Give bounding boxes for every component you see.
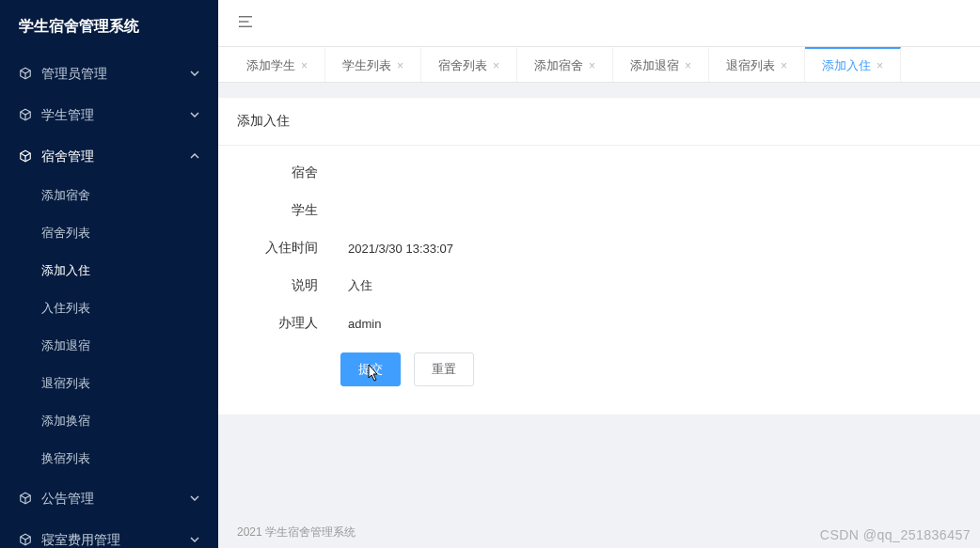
menu-notice[interactable]: 公告管理 [0, 478, 218, 519]
menu-dorm[interactable]: 宿舍管理 [0, 135, 218, 177]
tab-checkout-list[interactable]: 退宿列表× [709, 47, 805, 82]
cube-icon [19, 149, 32, 163]
reset-button[interactable]: 重置 [414, 352, 474, 386]
operator-value[interactable]: admin [329, 317, 980, 331]
remark-label: 说明 [218, 277, 329, 294]
menu-label: 学生管理 [41, 94, 190, 135]
cube-icon [19, 492, 32, 505]
main: 添加学生× 学生列表× 宿舍列表× 添加宿舍× 添加退宿× 退宿列表× 添加入住… [218, 0, 980, 548]
sub-checkin-list[interactable]: 入住列表 [0, 290, 218, 327]
close-icon[interactable]: × [589, 59, 595, 72]
dorm-label: 宿舍 [218, 164, 329, 181]
tab-label: 退宿列表 [726, 57, 775, 74]
sub-dorm-list[interactable]: 宿舍列表 [0, 214, 218, 252]
close-icon[interactable]: × [877, 59, 883, 72]
operator-label: 办理人 [218, 315, 329, 332]
checkin-time-value[interactable]: 2021/3/30 13:33:07 [329, 242, 980, 256]
close-icon[interactable]: × [493, 59, 499, 72]
close-icon[interactable]: × [301, 59, 308, 72]
content: 添加入住 宿舍 学生 入住时间 2021/3/30 13:33:07 说明 入住 [218, 83, 980, 415]
student-label: 学生 [218, 202, 329, 219]
tab-add-student[interactable]: 添加学生× [229, 47, 325, 82]
checkin-time-label: 入住时间 [218, 240, 329, 257]
card-title: 添加入住 [218, 98, 980, 146]
tab-label: 添加入住 [822, 57, 871, 74]
menu-dorm-sub: 添加宿舍 宿舍列表 添加入住 入住列表 添加退宿 退宿列表 添加换宿 换宿列表 [0, 177, 218, 478]
sub-add-checkout[interactable]: 添加退宿 [0, 327, 218, 365]
tab-add-checkout[interactable]: 添加退宿× [613, 47, 709, 82]
sub-add-checkin[interactable]: 添加入住 [0, 252, 218, 290]
chevron-down-icon [190, 535, 199, 544]
watermark: CSDN @qq_251836457 [820, 527, 971, 542]
remark-value[interactable]: 入住 [329, 277, 980, 294]
chevron-down-icon [190, 69, 199, 78]
chevron-down-icon [190, 493, 199, 503]
close-icon[interactable]: × [397, 59, 403, 72]
cube-icon [19, 67, 32, 80]
tab-bar: 添加学生× 学生列表× 宿舍列表× 添加宿舍× 添加退宿× 退宿列表× 添加入住… [218, 47, 980, 83]
sub-add-dorm[interactable]: 添加宿舍 [0, 177, 218, 214]
app-title: 学生宿舍管理系统 [0, 0, 218, 53]
tab-dorm-list[interactable]: 宿舍列表× [421, 47, 517, 82]
sub-change-list[interactable]: 换宿列表 [0, 440, 218, 478]
menu-label: 寝室费用管理 [41, 519, 190, 548]
cube-icon [19, 533, 32, 546]
tab-label: 宿舍列表 [438, 57, 487, 74]
close-icon[interactable]: × [685, 59, 691, 72]
tab-label: 添加学生 [246, 57, 295, 74]
tab-add-checkin[interactable]: 添加入住× [805, 47, 901, 82]
checkin-form: 宿舍 学生 入住时间 2021/3/30 13:33:07 说明 入住 办理人 [218, 146, 980, 415]
menu-student[interactable]: 学生管理 [0, 94, 218, 135]
collapse-sidebar-icon[interactable] [237, 15, 254, 31]
form-card: 添加入住 宿舍 学生 入住时间 2021/3/30 13:33:07 说明 入住 [218, 98, 980, 415]
submit-button[interactable]: 提交 [340, 352, 401, 386]
tab-label: 添加宿舍 [534, 57, 583, 74]
close-icon[interactable]: × [781, 59, 787, 72]
sidebar: 学生宿舍管理系统 管理员管理 学生管理 宿舍管理 添加宿舍 宿舍列表 添加入住 … [0, 0, 218, 548]
tab-label: 学生列表 [342, 57, 391, 74]
header [218, 0, 980, 47]
tab-add-dorm[interactable]: 添加宿舍× [517, 47, 613, 82]
menu-label: 公告管理 [41, 478, 190, 519]
sub-add-change[interactable]: 添加换宿 [0, 402, 218, 440]
menu-label: 宿舍管理 [41, 135, 190, 177]
cube-icon [19, 108, 32, 121]
menu-admin[interactable]: 管理员管理 [0, 53, 218, 94]
chevron-down-icon [190, 110, 199, 119]
sub-checkout-list[interactable]: 退宿列表 [0, 365, 218, 402]
chevron-up-icon [190, 151, 199, 161]
menu-label: 管理员管理 [41, 53, 190, 94]
tab-student-list[interactable]: 学生列表× [325, 47, 421, 82]
menu-fee[interactable]: 寝室费用管理 [0, 519, 218, 548]
tab-label: 添加退宿 [630, 57, 679, 74]
